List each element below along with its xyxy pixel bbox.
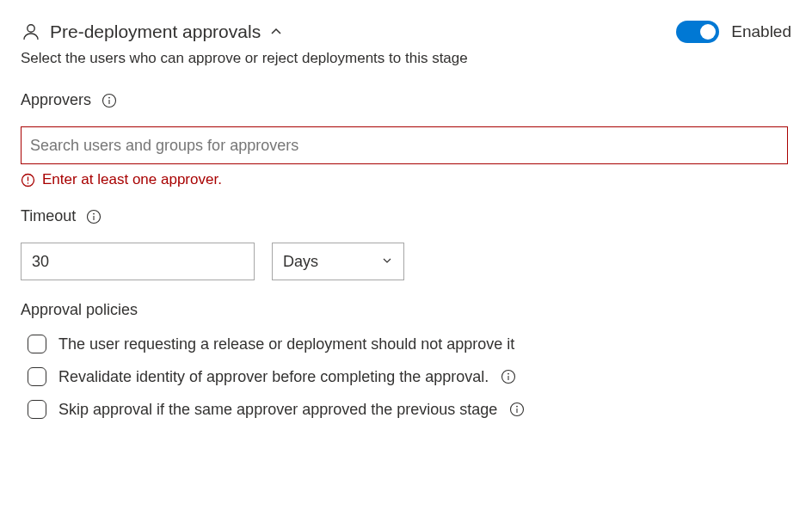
- policy-label: The user requesting a release or deploym…: [58, 335, 514, 353]
- timeout-value-input[interactable]: [21, 243, 255, 280]
- section-title: Pre-deployment approvals: [50, 22, 261, 42]
- svg-point-8: [93, 212, 95, 214]
- timeout-unit-value: Days: [283, 253, 318, 271]
- approvers-error: Enter at least one approver.: [21, 171, 791, 188]
- person-icon: [21, 22, 41, 42]
- chevron-down-icon: [381, 253, 393, 271]
- error-text: Enter at least one approver.: [42, 171, 222, 188]
- policy-checkbox[interactable]: [28, 367, 46, 386]
- info-icon[interactable]: [86, 209, 102, 224]
- policy-checkbox[interactable]: [28, 400, 46, 419]
- svg-point-6: [28, 182, 29, 184]
- svg-point-2: [108, 96, 110, 98]
- policy-label: Skip approval if the same approver appro…: [58, 401, 497, 419]
- enabled-toggle-group: Enabled: [676, 21, 791, 43]
- info-icon[interactable]: [509, 402, 525, 417]
- svg-point-14: [516, 406, 518, 408]
- info-icon[interactable]: [501, 369, 516, 384]
- svg-point-0: [28, 25, 34, 32]
- section-description: Select the users who can approve or reje…: [21, 50, 791, 67]
- timeout-unit-select[interactable]: Days: [272, 243, 404, 280]
- toggle-label: Enabled: [731, 22, 791, 41]
- approvers-search-input[interactable]: [21, 126, 788, 164]
- section-header: Pre-deployment approvals Enabled: [21, 21, 791, 43]
- toggle-knob: [700, 24, 716, 40]
- policy-checkbox[interactable]: [28, 335, 46, 353]
- error-icon: [21, 173, 35, 187]
- svg-point-11: [508, 373, 509, 375]
- approvers-label: Approvers: [21, 91, 91, 109]
- timeout-label-row: Timeout: [21, 207, 791, 225]
- info-icon[interactable]: [102, 93, 117, 108]
- policy-row: Revalidate identity of approver before c…: [21, 367, 791, 386]
- timeout-inputs: Days: [21, 243, 791, 280]
- policy-row: The user requesting a release or deploym…: [21, 335, 791, 353]
- policies-title: Approval policies: [21, 301, 791, 319]
- policy-label: Revalidate identity of approver before c…: [58, 368, 489, 386]
- header-left: Pre-deployment approvals: [21, 22, 283, 42]
- timeout-label: Timeout: [21, 207, 76, 225]
- policy-row: Skip approval if the same approver appro…: [21, 400, 791, 419]
- enabled-toggle[interactable]: [676, 21, 719, 43]
- approvers-label-row: Approvers: [21, 91, 791, 109]
- chevron-up-icon[interactable]: [269, 25, 283, 39]
